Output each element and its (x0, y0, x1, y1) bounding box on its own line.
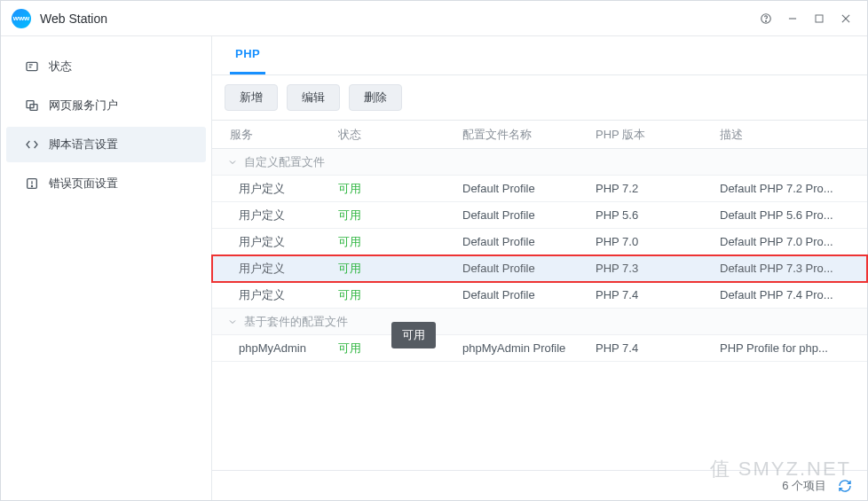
table-row[interactable]: 用户定义可用Default ProfilePHP 7.3Default PHP … (212, 255, 867, 282)
table-row[interactable]: phpMyAdmin可用phpMyAdmin ProfilePHP 7.4PHP… (212, 335, 867, 362)
script-icon (22, 137, 42, 152)
new-button[interactable]: 新增 (225, 84, 278, 111)
cell-desc: Default PHP 7.2 Pro... (709, 182, 867, 195)
table-group-header[interactable]: 自定义配置文件 (212, 149, 867, 176)
cell-version: PHP 7.4 (585, 341, 709, 355)
col-profile[interactable]: 配置文件名称 (452, 127, 585, 143)
col-desc[interactable]: 描述 (709, 127, 867, 143)
app-window: www Web Station 状态 网页服务门户 脚本语言设置 错误页面设置 (0, 0, 868, 501)
close-icon[interactable] (835, 8, 856, 29)
group-title: 自定义配置文件 (244, 154, 325, 170)
svg-point-13 (31, 185, 32, 186)
portal-icon (22, 98, 42, 113)
tooltip: 可用 (391, 322, 436, 348)
edit-button[interactable]: 编辑 (287, 84, 340, 111)
chevron-down-icon (226, 316, 239, 328)
cell-profile: Default Profile (452, 208, 585, 222)
cell-service: 用户定义 (212, 181, 327, 197)
svg-rect-3 (816, 15, 823, 22)
table-group-header[interactable]: 基于套件的配置文件 (212, 309, 867, 335)
status-icon (22, 59, 42, 74)
table-row[interactable]: 用户定义可用Default ProfilePHP 7.2Default PHP … (212, 176, 867, 202)
minimize-icon[interactable] (782, 8, 803, 29)
sidebar-item-status[interactable]: 状态 (6, 49, 206, 84)
table-body: 自定义配置文件用户定义可用Default ProfilePHP 7.2Defau… (212, 149, 867, 362)
delete-button[interactable]: 删除 (349, 84, 402, 111)
help-icon[interactable] (755, 8, 777, 29)
chevron-down-icon (226, 156, 239, 168)
svg-rect-6 (27, 62, 37, 70)
cell-status: 可用 (327, 261, 452, 277)
cell-service: 用户定义 (212, 207, 327, 223)
sidebar: 状态 网页服务门户 脚本语言设置 错误页面设置 (1, 36, 212, 500)
svg-point-1 (766, 20, 767, 21)
cell-status: 可用 (327, 287, 452, 303)
cell-profile: Default Profile (452, 262, 585, 275)
cell-version: PHP 5.6 (585, 208, 709, 222)
maximize-icon[interactable] (809, 8, 830, 29)
cell-profile: Default Profile (452, 182, 585, 195)
sidebar-label: 网页服务门户 (49, 98, 118, 114)
cell-desc: Default PHP 7.0 Pro... (709, 235, 867, 248)
table: 服务 状态 配置文件名称 PHP 版本 描述 自定义配置文件用户定义可用Defa… (212, 120, 867, 470)
cell-status: 可用 (327, 207, 452, 223)
cell-profile: Default Profile (452, 288, 585, 301)
cell-service: phpMyAdmin (212, 341, 327, 355)
tabs: PHP (212, 36, 867, 75)
cell-desc: PHP Profile for php... (709, 341, 867, 355)
col-status[interactable]: 状态 (327, 127, 452, 143)
footer: 6 个项目 (212, 470, 867, 500)
cell-version: PHP 7.0 (585, 235, 709, 248)
cell-status: 可用 (327, 181, 452, 197)
sidebar-label: 错误页面设置 (49, 176, 118, 192)
table-row[interactable]: 用户定义可用Default ProfilePHP 5.6Default PHP … (212, 202, 867, 229)
body: 状态 网页服务门户 脚本语言设置 错误页面设置 PHP 新增 编辑 删除 (1, 36, 867, 500)
cell-version: PHP 7.4 (585, 288, 709, 301)
refresh-icon[interactable] (835, 476, 855, 496)
cell-version: PHP 7.3 (585, 262, 709, 275)
sidebar-item-script-settings[interactable]: 脚本语言设置 (6, 127, 206, 162)
cell-service: 用户定义 (212, 261, 327, 277)
sidebar-item-error-page[interactable]: 错误页面设置 (6, 166, 206, 201)
app-title: Web Station (40, 12, 107, 26)
col-service[interactable]: 服务 (212, 127, 327, 143)
group-title: 基于套件的配置文件 (244, 314, 348, 330)
cell-desc: Default PHP 7.4 Pro... (709, 288, 867, 301)
tab-php[interactable]: PHP (230, 35, 265, 74)
cell-service: 用户定义 (212, 234, 327, 250)
sidebar-label: 脚本语言设置 (49, 137, 118, 153)
table-row[interactable]: 用户定义可用Default ProfilePHP 7.0Default PHP … (212, 229, 867, 255)
cell-status: 可用 (327, 234, 452, 250)
cell-desc: Default PHP 5.6 Pro... (709, 208, 867, 222)
titlebar: www Web Station (1, 1, 867, 36)
table-row[interactable]: 用户定义可用Default ProfilePHP 7.4Default PHP … (212, 282, 867, 309)
cell-version: PHP 7.2 (585, 182, 709, 195)
col-version[interactable]: PHP 版本 (585, 127, 709, 143)
cell-desc: Default PHP 7.3 Pro... (709, 262, 867, 275)
main: PHP 新增 编辑 删除 服务 状态 配置文件名称 PHP 版本 描述 自定义配… (212, 36, 867, 500)
cell-profile: phpMyAdmin Profile (452, 341, 585, 355)
item-count: 6 个项目 (782, 478, 826, 494)
sidebar-item-portal[interactable]: 网页服务门户 (6, 88, 206, 123)
toolbar: 新增 编辑 删除 (212, 75, 867, 120)
table-header: 服务 状态 配置文件名称 PHP 版本 描述 (212, 121, 867, 149)
app-logo-icon: www (12, 9, 31, 28)
error-icon (22, 176, 42, 191)
cell-service: 用户定义 (212, 287, 327, 303)
cell-profile: Default Profile (452, 235, 585, 248)
sidebar-label: 状态 (49, 59, 72, 74)
